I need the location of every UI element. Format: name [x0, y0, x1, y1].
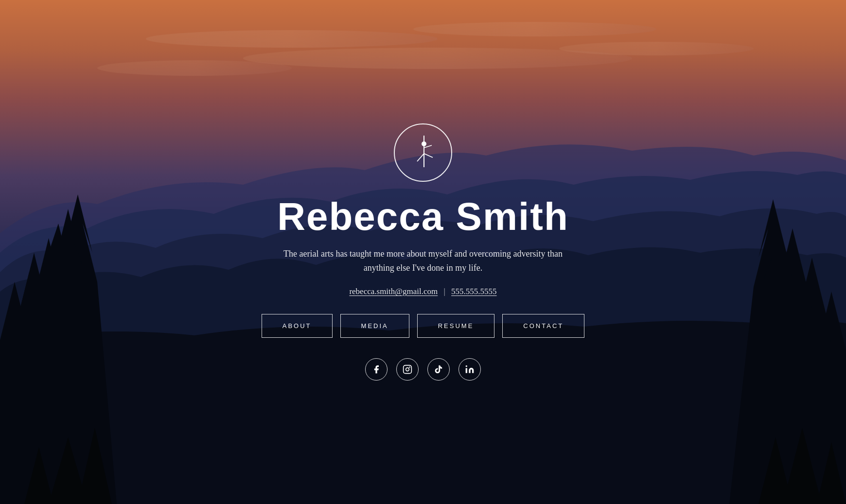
email-link[interactable]: rebecca.smith@gmail.com [349, 287, 438, 296]
about-button[interactable]: ABOUT [262, 314, 333, 338]
contact-info: rebecca.smith@gmail.com | 555.555.5555 [349, 287, 496, 296]
media-button[interactable]: MEDIA [340, 314, 409, 338]
svg-point-2 [413, 22, 656, 36]
contact-button[interactable]: CONTACT [502, 314, 584, 338]
svg-point-1 [146, 30, 438, 48]
svg-line-21 [417, 154, 424, 161]
nav-buttons: ABOUT MEDIA RESUME CONTACT [262, 314, 584, 338]
svg-point-26 [466, 365, 467, 366]
svg-rect-23 [404, 365, 412, 373]
phone-link[interactable]: 555.555.5555 [451, 287, 497, 296]
hero-tagline: The aerial arts has taught me more about… [267, 247, 579, 275]
svg-line-22 [424, 154, 433, 157]
svg-point-25 [409, 366, 410, 368]
resume-button[interactable]: RESUME [417, 314, 495, 338]
social-icons-bar [365, 358, 481, 381]
logo-circle [394, 123, 452, 182]
hero-content: Rebecca Smith The aerial arts has taught… [252, 114, 594, 390]
facebook-icon[interactable] [365, 358, 388, 381]
linkedin-icon[interactable] [458, 358, 481, 381]
hero-name: Rebecca Smith [277, 195, 569, 238]
svg-point-4 [97, 60, 292, 76]
tiktok-icon[interactable] [427, 358, 450, 381]
contact-separator: | [443, 287, 445, 296]
svg-point-24 [406, 367, 409, 371]
page-background: Rebecca Smith The aerial arts has taught… [0, 0, 846, 504]
aerial-dancer-icon [404, 133, 442, 172]
instagram-icon[interactable] [396, 358, 419, 381]
svg-point-5 [559, 42, 754, 55]
